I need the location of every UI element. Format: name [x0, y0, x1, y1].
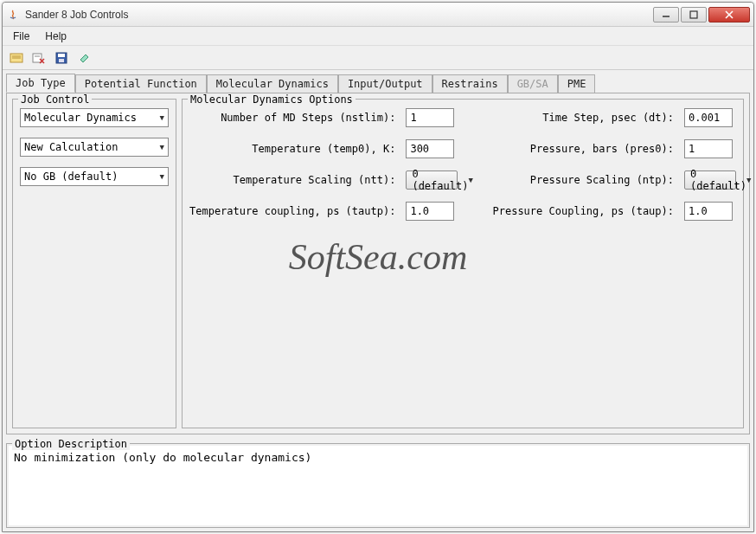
ntt-label: Temperature Scaling (ntt):	[189, 174, 395, 186]
menu-help[interactable]: Help	[38, 29, 74, 44]
job-control-legend: Job Control	[18, 93, 92, 106]
tab-job-type[interactable]: Job Type	[6, 74, 75, 93]
temp0-label: Temperature (temp0), K:	[189, 143, 395, 155]
toolbar-icon-1[interactable]	[8, 49, 25, 67]
svg-rect-1	[690, 11, 697, 18]
ntp-select[interactable]: 0 (default) ▼	[684, 170, 736, 190]
option-desc-text: No minimization (only do molecular dynam…	[9, 446, 747, 525]
calculation-select[interactable]: New Calculation ▼	[20, 138, 169, 157]
titlebar: Sander 8 Job Controls	[3, 3, 753, 27]
option-description-panel: Option Description No minimization (only…	[6, 443, 750, 528]
minimize-button[interactable]	[653, 7, 679, 23]
gb-value: No GB (default)	[24, 170, 118, 183]
svg-rect-10	[58, 54, 65, 57]
job-type-value: Molecular Dynamics	[24, 112, 137, 124]
chevron-down-icon: ▼	[746, 176, 751, 184]
tautp-input[interactable]: 1.0	[406, 202, 454, 221]
molecular-dynamics-options-panel: Molecular Dynamics Options Number of MD …	[182, 99, 744, 428]
tabs-row: Job Type Potential Function Molecular Dy…	[3, 70, 753, 93]
menubar: File Help	[3, 27, 753, 46]
chevron-down-icon: ▼	[160, 143, 164, 151]
dt-input[interactable]: 0.001	[684, 108, 733, 127]
calculation-value: New Calculation	[24, 141, 118, 153]
tab-gbsa: GB/SA	[508, 74, 558, 93]
menu-file[interactable]: File	[6, 29, 36, 44]
main-window: Sander 8 Job Controls File Help	[2, 2, 754, 532]
maximize-button[interactable]	[681, 7, 707, 23]
nstlim-input[interactable]: 1	[406, 108, 454, 127]
option-desc-legend: Option Description	[12, 438, 130, 450]
job-type-select[interactable]: Molecular Dynamics ▼	[20, 108, 169, 127]
nstlim-label: Number of MD Steps (nstlim):	[189, 112, 395, 124]
tab-molecular-dynamics[interactable]: Molecular Dynamics	[207, 74, 338, 93]
ntp-label: Pressure Scaling (ntp):	[468, 174, 674, 186]
dt-label: Time Step, psec (dt):	[468, 112, 674, 124]
java-icon	[6, 8, 20, 22]
tab-restrains[interactable]: Restrains	[432, 74, 508, 93]
chevron-down-icon: ▼	[160, 113, 164, 122]
taup-label: Pressure Coupling, ps (taup):	[468, 205, 674, 217]
toolbar-icon-2[interactable]	[30, 49, 48, 67]
save-icon[interactable]	[53, 49, 70, 67]
tautp-label: Temperature coupling, ps (tautp):	[189, 205, 395, 217]
pres0-label: Pressure, bars (pres0):	[468, 143, 674, 155]
tab-pme[interactable]: PME	[558, 74, 596, 93]
svg-rect-11	[59, 59, 64, 62]
tab-potential-function[interactable]: Potential Function	[75, 74, 207, 93]
job-control-panel: Job Control Molecular Dynamics ▼ New Cal…	[12, 99, 176, 428]
mol-dyn-legend: Molecular Dynamics Options	[188, 93, 356, 106]
close-button[interactable]	[708, 7, 750, 23]
eraser-icon[interactable]	[75, 49, 93, 67]
ntt-select[interactable]: 0 (default) ▼	[406, 170, 458, 190]
pres0-input[interactable]: 1	[684, 139, 733, 158]
taup-input[interactable]: 1.0	[684, 202, 733, 221]
tab-content: Job Control Molecular Dynamics ▼ New Cal…	[6, 93, 750, 434]
mol-dyn-grid: Number of MD Steps (nstlim): 1 Time Step…	[189, 108, 736, 221]
chevron-down-icon: ▼	[160, 172, 164, 181]
toolbar	[3, 46, 753, 70]
tab-input-output[interactable]: Input/Output	[338, 74, 432, 93]
window-buttons	[653, 7, 750, 23]
svg-rect-7	[33, 54, 42, 62]
window-title: Sander 8 Job Controls	[25, 9, 653, 21]
temp0-input[interactable]: 300	[406, 139, 454, 158]
gb-select[interactable]: No GB (default) ▼	[20, 167, 169, 186]
